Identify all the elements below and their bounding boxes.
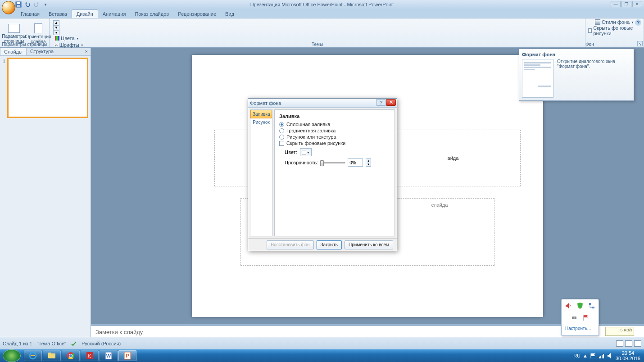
- tray-action-icon[interactable]: [590, 353, 596, 359]
- svg-rect-9: [48, 353, 51, 354]
- gallery-scroll: ▲ ▼ ▾: [53, 20, 59, 35]
- checkbox-icon: [588, 28, 592, 33]
- window-title: Презентация Microsoft Office PowerPoint …: [250, 2, 394, 7]
- undo-icon[interactable]: [24, 1, 31, 8]
- ribbon-tabs: Главная Вставка Дизайн Анимация Показ сл…: [0, 9, 644, 18]
- page-setup-icon: [8, 24, 20, 33]
- minimize-button[interactable]: —: [611, 1, 621, 7]
- ribbon: ? Параметры страницы Ориентация слайда П…: [0, 18, 644, 48]
- thumb-1[interactable]: [8, 59, 87, 117]
- close-button[interactable]: Закрыть: [317, 240, 342, 249]
- bg-styles-button[interactable]: Стили фона▼: [595, 19, 634, 25]
- colors-button[interactable]: Цвета▼: [55, 35, 82, 41]
- tray-customize-link[interactable]: Настроить...: [564, 324, 596, 333]
- spin-up[interactable]: ▲: [366, 159, 371, 163]
- status-slide: Слайд 1 из 1: [3, 341, 32, 346]
- maximize-button[interactable]: ❐: [621, 1, 631, 7]
- redo-icon[interactable]: [33, 1, 40, 8]
- tray-vol-icon[interactable]: [607, 353, 613, 359]
- system-tray: RU ▲ 20:54 30.09.2016: [573, 350, 644, 361]
- gallery-up[interactable]: ▲: [53, 20, 59, 25]
- thumb-1-wrap[interactable]: 1: [3, 59, 88, 117]
- tab-review[interactable]: Рецензирование: [173, 10, 221, 18]
- check-hide-bg[interactable]: Скрыть фоновые рисунки: [279, 140, 390, 146]
- flag-icon[interactable]: [582, 314, 590, 321]
- svg-text:W: W: [106, 353, 111, 358]
- radio-gradient[interactable]: Градиентная заливка: [279, 128, 390, 133]
- spellcheck-icon[interactable]: [71, 340, 77, 347]
- color-picker-button[interactable]: ▼: [300, 148, 312, 156]
- tab-outline[interactable]: Структура: [27, 48, 57, 55]
- tray-net-icon[interactable]: [599, 353, 605, 359]
- dialog-help-button[interactable]: ?: [376, 99, 386, 106]
- checkbox-icon: [279, 141, 284, 146]
- dialog-close-button[interactable]: ✕: [386, 99, 396, 106]
- svg-rect-8: [48, 353, 55, 358]
- hide-bg-checkbox[interactable]: Скрыть фоновые рисунки: [588, 25, 641, 36]
- taskbar-explorer[interactable]: [43, 350, 61, 361]
- page-setup-button[interactable]: Параметры страницы: [3, 24, 25, 44]
- start-button[interactable]: [3, 349, 21, 362]
- view-show-icon[interactable]: [634, 340, 641, 347]
- tab-view[interactable]: Вид: [221, 10, 239, 18]
- panel-close[interactable]: ×: [82, 48, 91, 55]
- net-speed-popup: 5 KB/s: [605, 327, 634, 336]
- radio-picture[interactable]: Рисунок или текстура: [279, 134, 390, 140]
- titlebar: ▼ Презентация Microsoft Office PowerPoin…: [0, 0, 644, 9]
- taskbar-chrome[interactable]: [62, 350, 80, 361]
- colors-icon: [55, 36, 59, 41]
- nav-picture[interactable]: Рисунок: [250, 118, 272, 126]
- dialog-title: Формат фона: [250, 100, 281, 106]
- thumb-number: 1: [3, 59, 6, 117]
- status-lang[interactable]: Русский (Россия): [82, 341, 121, 346]
- shield-icon[interactable]: [576, 302, 584, 309]
- office-button[interactable]: [2, 1, 15, 14]
- qat-dropdown-icon[interactable]: ▼: [42, 1, 49, 8]
- dialog-content: Заливка Сплошная заливка Градиентная зал…: [274, 109, 395, 236]
- radio-icon: [279, 135, 284, 140]
- orientation-icon: [34, 23, 42, 33]
- spin-down[interactable]: ▼: [366, 163, 371, 166]
- tab-slideshow[interactable]: Показ слайдов: [130, 10, 173, 18]
- view-sorter-icon[interactable]: [625, 340, 632, 347]
- group-themes: AaAaAaAaAaAaAaAaAaAaAaAaAaAaAaAaAaAaAaAa…: [50, 18, 585, 47]
- device-icon[interactable]: [571, 314, 578, 321]
- tooltip-text: Открытие диалогового окна "Формат фона".: [557, 59, 631, 98]
- volume-icon[interactable]: [565, 302, 572, 309]
- svg-rect-2: [17, 5, 20, 7]
- dialog-titlebar[interactable]: Формат фона ? ✕: [248, 99, 397, 108]
- restore-button[interactable]: Восстановить фон: [267, 240, 313, 249]
- tray-clock[interactable]: 20:54 30.09.2016: [616, 350, 640, 361]
- radio-icon: [279, 128, 284, 133]
- radio-solid[interactable]: Сплошная заливка: [279, 122, 390, 127]
- gallery-down[interactable]: ▼: [53, 25, 59, 30]
- close-button[interactable]: ✕: [632, 1, 642, 7]
- gallery-more[interactable]: ▾: [53, 30, 59, 35]
- svg-rect-4: [592, 307, 594, 308]
- transparency-input[interactable]: [348, 158, 363, 167]
- svg-rect-15: [86, 352, 93, 359]
- taskbar-ie[interactable]: [24, 350, 42, 361]
- transparency-slider[interactable]: [321, 162, 345, 163]
- transparency-label: Прозрачность:: [285, 160, 318, 165]
- taskbar-pdf[interactable]: [81, 350, 99, 361]
- slider-thumb[interactable]: [320, 160, 324, 166]
- tray-lang[interactable]: RU: [573, 353, 581, 358]
- tab-design[interactable]: Дизайн: [72, 9, 98, 18]
- tab-slides[interactable]: Слайды: [0, 48, 27, 55]
- nav-fill[interactable]: Заливка: [250, 110, 272, 118]
- tray-popup: Настроить...: [561, 299, 599, 336]
- view-normal-icon[interactable]: [616, 340, 623, 347]
- taskbar-word[interactable]: W: [100, 350, 118, 361]
- taskbar: W P RU ▲ 20:54 30.09.2016: [0, 349, 644, 362]
- orientation-button[interactable]: Ориентация слайда: [27, 23, 50, 44]
- save-icon[interactable]: [15, 1, 22, 8]
- tab-home[interactable]: Главная: [16, 10, 44, 18]
- group-themes-label: Темы: [50, 42, 585, 47]
- tab-insert[interactable]: Вставка: [44, 10, 72, 18]
- tray-arrow-icon[interactable]: ▲: [583, 353, 588, 358]
- apply-all-button[interactable]: Применить ко всем: [345, 240, 393, 249]
- taskbar-powerpoint[interactable]: P: [118, 350, 136, 361]
- network-icon[interactable]: [588, 302, 595, 309]
- tab-animation[interactable]: Анимация: [98, 10, 131, 18]
